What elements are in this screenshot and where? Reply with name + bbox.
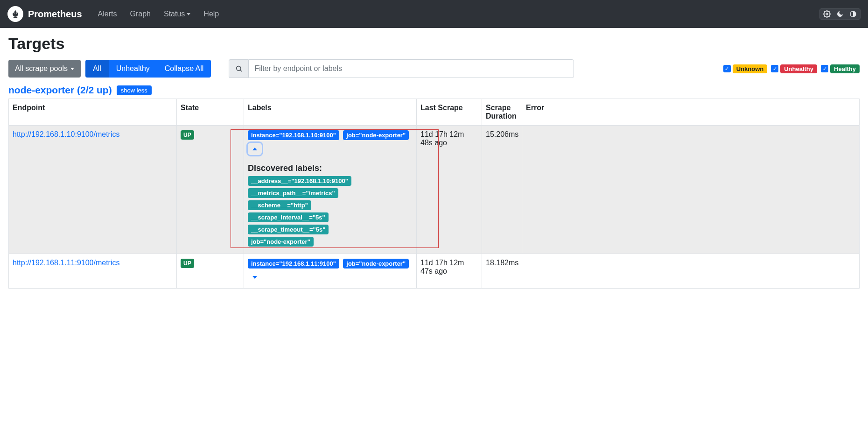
col-last-scrape: Last Scrape <box>417 99 482 126</box>
discovered-label: __scrape_interval__="5s" <box>248 212 329 222</box>
label-job: job="node-exporter" <box>343 130 409 140</box>
labels-expand-button[interactable] <box>248 271 262 283</box>
filter-all[interactable]: All <box>85 60 109 78</box>
col-labels: Labels <box>244 99 417 126</box>
theme-controls <box>819 8 861 20</box>
page-body: Targets All scrape pools All Unhealthy C… <box>0 28 868 295</box>
col-endpoint: Endpoint <box>9 99 177 126</box>
legend-healthy[interactable]: ✓ Healthy <box>821 64 860 73</box>
gear-icon[interactable] <box>823 10 831 18</box>
page-title: Targets <box>8 35 860 53</box>
brand-name: Prometheus <box>28 9 82 20</box>
discovered-labels-title: Discovered labels: <box>248 163 413 173</box>
scrape-error <box>522 254 860 289</box>
scrape-pool-selector[interactable]: All scrape pools <box>8 60 81 78</box>
label-instance: instance="192.168.1.11:9100" <box>248 259 339 268</box>
filter-unhealthy[interactable]: Unhealthy <box>109 60 157 78</box>
state-badge: UP <box>181 130 194 140</box>
target-row: http://192.168.1.11:9100/metrics UP inst… <box>9 254 860 289</box>
search-input[interactable] <box>248 59 574 78</box>
discovered-label: __metrics_path__="/metrics" <box>248 188 338 198</box>
nav-help[interactable]: Help <box>199 7 224 21</box>
svg-point-0 <box>826 13 828 15</box>
search-wrap <box>229 59 574 78</box>
last-scrape: 11d 17h 12m 47s ago <box>417 254 482 289</box>
nav-right <box>819 8 861 20</box>
svg-line-3 <box>240 70 242 71</box>
col-scrape-duration: Scrape Duration <box>482 99 522 126</box>
discovered-label: job="node-exporter" <box>248 237 314 247</box>
label-instance: instance="192.168.1.10:9100" <box>248 130 339 140</box>
legend-unknown-label: Unknown <box>733 64 768 73</box>
scrape-duration: 15.206ms <box>482 126 522 254</box>
legend: ✓ Unknown ✓ Unhealthy ✓ Healthy <box>723 64 860 73</box>
endpoint-link[interactable]: http://192.168.1.10:9100/metrics <box>13 130 119 138</box>
nav-status[interactable]: Status <box>159 7 195 21</box>
discovered-label: __address__="192.168.1.10:9100" <box>248 176 351 186</box>
col-error: Error <box>522 99 860 126</box>
scrape-error <box>522 126 860 254</box>
svg-point-2 <box>237 66 241 71</box>
pool-title[interactable]: node-exporter (2/2 up) <box>8 85 112 96</box>
moon-icon[interactable] <box>836 10 844 18</box>
legend-healthy-label: Healthy <box>830 64 860 73</box>
nav-left: Prometheus Alerts Graph Status Help <box>7 6 224 22</box>
prometheus-logo-icon <box>7 6 23 22</box>
nav-alerts[interactable]: Alerts <box>93 7 122 21</box>
legend-unknown[interactable]: ✓ Unknown <box>723 64 768 73</box>
endpoint-link[interactable]: http://192.168.1.11:9100/metrics <box>13 259 119 267</box>
target-row: http://192.168.1.10:9100/metrics UP inst… <box>9 126 860 254</box>
last-scrape: 11d 17h 12m 48s ago <box>417 126 482 254</box>
discovered-label: __scrape_timeout__="5s" <box>248 225 329 234</box>
targets-table: Endpoint State Labels Last Scrape Scrape… <box>8 99 860 289</box>
show-less-button[interactable]: show less <box>117 85 152 95</box>
search-icon <box>229 59 248 78</box>
label-job: job="node-exporter" <box>343 259 409 268</box>
checkbox-icon[interactable]: ✓ <box>821 65 828 72</box>
table-header-row: Endpoint State Labels Last Scrape Scrape… <box>9 99 860 126</box>
filter-pills: All Unhealthy Collapse All <box>85 60 211 78</box>
col-state: State <box>177 99 244 126</box>
legend-unhealthy[interactable]: ✓ Unhealthy <box>771 64 817 73</box>
state-badge: UP <box>181 259 194 268</box>
labels-collapse-button[interactable] <box>248 143 262 155</box>
legend-unhealthy-label: Unhealthy <box>780 64 817 73</box>
navbar: Prometheus Alerts Graph Status Help <box>0 0 868 28</box>
scrape-duration: 18.182ms <box>482 254 522 289</box>
checkbox-icon[interactable]: ✓ <box>723 65 731 72</box>
collapse-all[interactable]: Collapse All <box>157 60 211 78</box>
checkbox-icon[interactable]: ✓ <box>771 65 778 72</box>
discovered-label: __scheme__="http" <box>248 200 311 210</box>
brand[interactable]: Prometheus <box>7 6 82 22</box>
nav-graph[interactable]: Graph <box>126 7 155 21</box>
controls-row: All scrape pools All Unhealthy Collapse … <box>8 59 860 78</box>
pool-header: node-exporter (2/2 up) show less <box>8 85 860 96</box>
contrast-icon[interactable] <box>849 10 857 18</box>
discovered-labels: Discovered labels: __address__="192.168.… <box>248 163 413 249</box>
